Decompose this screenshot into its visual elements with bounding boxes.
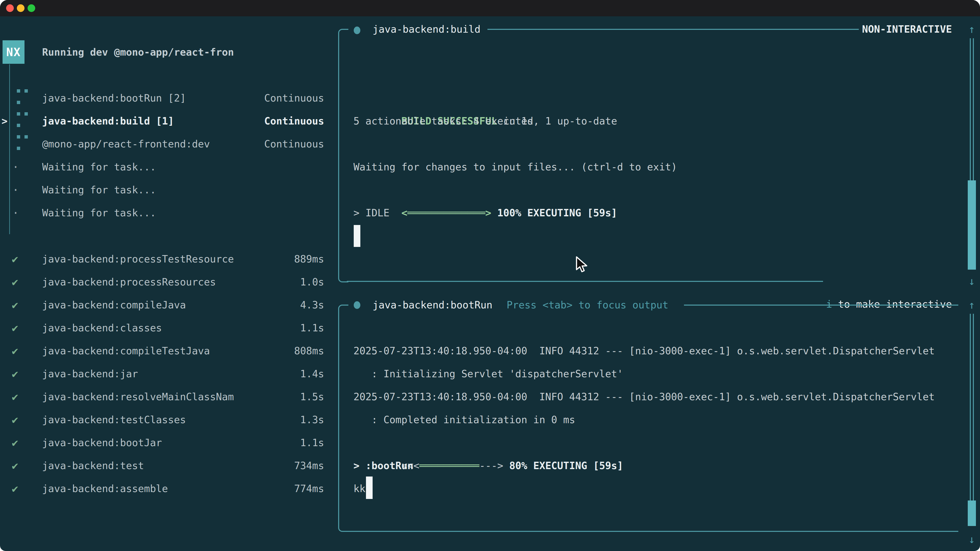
task-row[interactable]: >java-backend:build [1]Continuous xyxy=(0,110,339,133)
typed-input[interactable]: kk xyxy=(353,477,366,500)
idle-line: > IDLE xyxy=(353,202,390,224)
terminal-cursor xyxy=(354,225,360,247)
check-icon: ✔ xyxy=(12,431,18,454)
task-duration: 4.3s xyxy=(300,294,324,317)
task-name: java-backend:bootRun [2] xyxy=(42,87,186,110)
task-row[interactable]: ✔java-backend:assemble774ms xyxy=(0,477,339,500)
task-row[interactable]: ✔java-backend:testClasses1.3s xyxy=(0,408,339,431)
task-name: java-backend:bootJar xyxy=(42,431,162,454)
nx-logo: NX xyxy=(3,40,24,64)
interactive-hint: i to make interactive xyxy=(778,270,952,293)
task-name: java-backend:test xyxy=(42,454,144,477)
task-row[interactable]: ✔java-backend:compileJava4.3s xyxy=(0,294,339,317)
build-pane-left-border xyxy=(338,38,339,273)
log-line: : Initializing Servlet 'dispatcherServle… xyxy=(353,362,935,386)
bootrun-pane-corner xyxy=(338,305,348,315)
spinner-icon xyxy=(17,135,28,149)
pending-dot-icon: · xyxy=(12,156,19,179)
close-button[interactable] xyxy=(6,4,14,12)
task-name: Waiting for task... xyxy=(42,156,156,179)
task-duration: 1.0s xyxy=(300,271,324,294)
task-name: java-backend:processResources xyxy=(42,271,216,294)
pagination: ←1/2→ xyxy=(10,523,97,546)
divider-rule xyxy=(347,281,823,282)
task-name: java-backend:processTestResource xyxy=(42,248,234,271)
progress-label: 80% EXECUTING [59s] xyxy=(503,460,623,472)
task-row[interactable]: @mono-app/react-frontend:devContinuous xyxy=(0,133,339,156)
task-list-title: Running dev @mono-app/react-fron xyxy=(42,41,234,64)
check-icon: ✔ xyxy=(12,477,18,500)
task-row[interactable]: ✔java-backend:test734ms xyxy=(0,454,339,477)
bootrun-pane-corner xyxy=(338,522,348,532)
task-row[interactable]: ✔java-backend:resolveMainClassNam1.5s xyxy=(0,386,339,408)
task-duration: 1.1s xyxy=(300,317,324,340)
task-row[interactable]: ✔java-backend:compileTestJava808ms xyxy=(0,340,339,362)
task-row[interactable]: ✔java-backend:processTestResource889ms xyxy=(0,248,339,271)
progress-label: 100% EXECUTING [59s] xyxy=(491,207,617,219)
check-icon: ✔ xyxy=(12,294,18,317)
progress-suffix: ---> xyxy=(479,460,503,472)
check-icon: ✔ xyxy=(12,386,18,408)
scrollbar-track[interactable] xyxy=(970,314,974,500)
bootrun-pane-left-border xyxy=(338,313,339,522)
check-icon: ✔ xyxy=(12,362,18,386)
check-icon: ✔ xyxy=(12,454,18,477)
task-name: Waiting for task... xyxy=(42,179,156,202)
task-row[interactable]: ✔java-backend:bootJar1.1s xyxy=(0,431,339,454)
task-name: java-backend:jar xyxy=(42,362,138,386)
scrollbar-track[interactable] xyxy=(970,38,974,180)
build-pane-corner xyxy=(338,29,348,39)
task-duration: Continuous xyxy=(264,110,324,133)
check-icon: ✔ xyxy=(12,271,18,294)
task-row[interactable]: ✔java-backend:classes1.1s xyxy=(0,317,339,340)
check-icon: ✔ xyxy=(12,408,18,431)
scroll-down-icon[interactable]: ↓ xyxy=(969,528,975,551)
task-row[interactable]: ·Waiting for task... xyxy=(0,202,339,224)
scrollbar-thumb[interactable] xyxy=(968,500,976,526)
bootrun-pane-header-rule xyxy=(684,305,958,306)
task-status-dot-icon xyxy=(354,301,360,309)
scroll-up-icon[interactable]: ↑ xyxy=(969,18,975,41)
tasks-summary-line: 5 actionable tasks: 4 executed, 1 up-to-… xyxy=(353,110,617,133)
bootrun-pane-bottom-rule xyxy=(347,531,958,532)
task-duration: 734ms xyxy=(294,454,324,477)
build-pane-header-rule xyxy=(487,29,859,30)
task-name: java-backend:assemble xyxy=(42,477,168,500)
bootrun-pane-title: java-backend:bootRun xyxy=(372,294,493,317)
task-duration: Continuous xyxy=(264,133,324,156)
scroll-down-icon[interactable]: ↓ xyxy=(969,270,975,293)
log-line: 2025-07-23T13:40:18.950-04:00 INFO 44312… xyxy=(353,386,935,408)
task-duration: 1.4s xyxy=(300,362,324,386)
task-name: java-backend:testClasses xyxy=(42,408,186,431)
task-row[interactable]: java-backend:bootRun [2]Continuous xyxy=(0,87,339,110)
task-duration: 1.3s xyxy=(300,408,324,431)
nx-tui: NX Running dev @mono-app/react-fron Dura… xyxy=(0,16,980,551)
waiting-line: Waiting for changes to input files... (c… xyxy=(353,156,677,179)
task-name: java-backend:classes xyxy=(42,317,162,340)
task-row[interactable]: ·Waiting for task... xyxy=(0,179,339,202)
terminal-cursor xyxy=(366,476,372,499)
task-duration: 889ms xyxy=(294,248,324,271)
progress-bar: <═════════════> xyxy=(401,207,491,219)
task-name: java-backend:build [1] xyxy=(42,110,174,133)
log-line: 2025-07-23T13:40:18.950-04:00 INFO 44312… xyxy=(353,340,935,362)
task-row[interactable]: ·Waiting for task... xyxy=(0,156,339,179)
task-duration: 808ms xyxy=(294,340,324,362)
log-line: : Completed initialization in 0 ms xyxy=(353,408,935,431)
mouse-cursor-icon xyxy=(576,256,589,274)
task-status-dot-icon xyxy=(354,27,360,34)
check-icon: ✔ xyxy=(12,248,18,271)
zoom-button[interactable] xyxy=(27,4,35,12)
spinner-icon xyxy=(17,112,28,127)
minimize-button[interactable] xyxy=(17,4,24,12)
task-list-sidebar: NX Running dev @mono-app/react-fron Dura… xyxy=(0,16,339,551)
check-icon: ✔ xyxy=(12,340,18,362)
bootrun-progress-line: <<<══════════---> 80% EXECUTING [59s] xyxy=(353,431,623,454)
task-name: java-backend:compileJava xyxy=(42,294,186,317)
scrollbar-thumb[interactable] xyxy=(968,180,976,270)
task-row[interactable]: ✔java-backend:processResources1.0s xyxy=(0,271,339,294)
progress-bar: ══════════ xyxy=(419,460,479,472)
window-titlebar[interactable] xyxy=(0,0,980,16)
scroll-up-icon[interactable]: ↑ xyxy=(969,294,975,317)
task-row[interactable]: ✔java-backend:jar1.4s xyxy=(0,362,339,386)
